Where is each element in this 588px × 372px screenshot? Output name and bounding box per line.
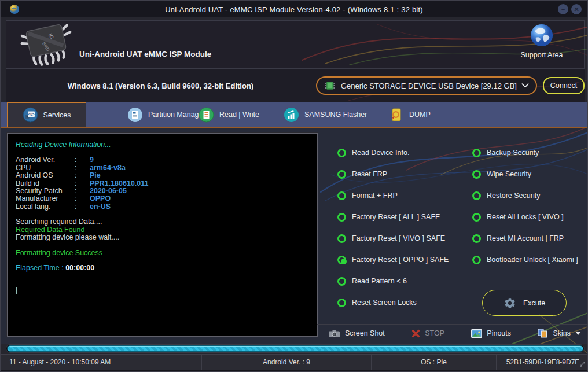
pinouts-label: Pinouts — [487, 329, 511, 337]
device-info-row: Local lang.:en-US — [16, 203, 309, 211]
tab-label: SAMSUNG Flasher — [304, 111, 367, 119]
operation-option[interactable]: Reset All Locks [ VIVO ] — [472, 211, 578, 223]
progress-bar-fill — [7, 345, 583, 352]
close-button[interactable]: ✕ — [571, 4, 582, 14]
tab-label: Read | Write — [219, 111, 259, 119]
support-area-label: Support Area — [516, 51, 568, 59]
execute-button-label: Excute — [523, 299, 545, 307]
tab-readwrite[interactable]: Read | Write — [193, 102, 265, 127]
window-title: Uni-Android UAT - eMMC ISP Module Versio… — [1, 5, 587, 14]
execute-button[interactable]: Excute — [482, 290, 567, 316]
minimize-button[interactable]: – — [558, 4, 568, 14]
skins-dropdown[interactable]: Skins — [538, 329, 581, 338]
radio-icon[interactable] — [472, 149, 481, 157]
screenshot-label: Screen Shot — [345, 329, 385, 337]
status-datetime: 11 - August - 2020 - 10:50:09 AM — [1, 355, 202, 370]
radio-icon[interactable] — [472, 191, 481, 200]
status-bar: 11 - August - 2020 - 10:50:09 AM Android… — [1, 354, 588, 370]
radio-icon[interactable] — [337, 213, 346, 222]
device-info-row: CPU:arm64-v8a — [16, 164, 309, 172]
device-select-value: Generic STORAGE DEVICE USB Device [29.12… — [341, 82, 521, 90]
radio-icon[interactable] — [337, 234, 346, 243]
globe-icon — [530, 23, 554, 47]
operation-option[interactable]: Reset Screen Locks — [337, 296, 449, 309]
tab-services[interactable]: <0>Services — [7, 102, 86, 127]
skins-label: Skins — [553, 329, 571, 337]
stop-x-icon — [411, 329, 420, 338]
bottom-toolbar: Screen Shot STOP Pinouts — [317, 324, 588, 342]
device-select-dropdown[interactable]: Generic STORAGE DEVICE USB Device [29.12… — [316, 76, 537, 95]
elapsed-time-line: Elapsed Time : 00:00:00 — [16, 264, 309, 272]
tab-dump[interactable]: DUMP — [383, 102, 436, 127]
operation-option[interactable]: Wipe Security — [472, 168, 578, 181]
tab-label: DUMP — [409, 111, 431, 119]
operations-column-left: Read Device Info.Reset FRPFormat + FRPFa… — [337, 146, 449, 309]
header-app-name: Uni-Android UAT eMMC ISP Module — [79, 50, 211, 58]
operation-label: Factory Reset [ OPPO ] SAFE — [352, 256, 449, 264]
operation-option[interactable]: Reset FRP — [337, 168, 449, 181]
elapsed-time-label: Elapsed Time : — [16, 264, 64, 272]
radio-icon[interactable] — [337, 170, 346, 179]
radio-icon[interactable] — [337, 277, 346, 286]
operation-label: Reset MI Account | FRP — [487, 234, 564, 242]
radio-icon[interactable] — [337, 299, 346, 307]
device-info-value: 9 — [90, 156, 94, 164]
operation-label: Reset Screen Locks — [352, 299, 417, 307]
operation-option[interactable]: Factory Reset [ OPPO ] SAFE — [337, 253, 449, 266]
operation-option[interactable]: Read Device Info. — [337, 146, 449, 159]
screenshot-button[interactable]: Screen Shot — [328, 329, 385, 338]
operation-option[interactable]: Backup Security — [472, 146, 578, 159]
radio-icon[interactable] — [472, 256, 481, 264]
device-info-value: en-US — [90, 203, 111, 211]
caret-down-icon — [575, 332, 581, 335]
stop-button[interactable]: STOP — [411, 329, 444, 338]
status-serial-value: 52B1-59D8-19E8-9D7E — [506, 358, 580, 366]
operation-label: Factory Reset [ VIVO ] SAFE — [352, 234, 445, 242]
radio-icon[interactable] — [472, 170, 481, 179]
operation-option[interactable]: Factory Reset [ VIVO ] SAFE — [337, 232, 449, 245]
connect-button[interactable]: Connect — [543, 77, 585, 94]
device-info-label: Android OS — [16, 172, 75, 179]
device-info-row: Security Patch:2020-06-05 — [16, 187, 309, 195]
progress-bar — [6, 344, 585, 353]
operation-option[interactable]: Read Pattern < 6 — [337, 275, 449, 288]
usb-chip-icon — [324, 81, 336, 90]
status-serial: 52B1-59D8-19E8-9D7E — [497, 355, 588, 370]
operation-label: Reset FRP — [352, 170, 387, 178]
device-info-label: CPU — [16, 164, 75, 172]
device-info-label: Build id — [16, 180, 75, 187]
operation-option[interactable]: Bootloader Unlock [ Xiaomi ] — [472, 253, 578, 266]
status-android-version: Android Ver. : 9 — [202, 355, 372, 370]
support-area-button[interactable]: Support Area — [516, 23, 568, 59]
header-banner: IC SMD Uni-Android UAT eMMC ISP Module S… — [6, 20, 585, 69]
operation-option[interactable]: Reset MI Account | FRP — [472, 232, 578, 245]
resize-grip-icon[interactable] — [578, 360, 587, 369]
device-info-row: Manufacturer:OPPO — [16, 195, 309, 202]
main-content: Reading Device Information... Android Ve… — [1, 128, 588, 344]
picture-icon — [471, 329, 482, 338]
log-console[interactable]: Reading Device Information... Android Ve… — [7, 133, 318, 337]
chip-logo-icon: IC SMD — [14, 23, 78, 68]
log-line — [16, 241, 309, 249]
tab-samsung[interactable]: SAMSUNG Flasher — [278, 102, 373, 127]
radio-icon[interactable] — [337, 149, 346, 157]
operation-label: Restore Security — [487, 191, 540, 200]
status-os: OS : Pie — [372, 355, 497, 370]
svg-text:<0>: <0> — [28, 112, 34, 116]
device-info-block: Android Ver.:9CPU:arm64-v8aAndroid OS:Pi… — [16, 156, 309, 211]
operation-option[interactable]: Restore Security — [472, 189, 578, 202]
radio-icon[interactable] — [472, 213, 481, 222]
pinouts-button[interactable]: Pinouts — [471, 329, 511, 338]
services-tab-icon: <0> — [23, 107, 38, 123]
log-line: Formatting device Success — [16, 249, 309, 257]
stop-label: STOP — [425, 329, 444, 337]
log-lines-block: Searching required Data....Required Data… — [16, 218, 309, 257]
operation-label: Factory Reset [ ALL ] SAFE — [352, 213, 440, 221]
operation-option[interactable]: Factory Reset [ ALL ] SAFE — [337, 211, 449, 223]
readwrite-tab-icon — [199, 107, 214, 123]
device-info-label: Manufacturer — [16, 195, 75, 202]
radio-selected-icon[interactable] — [337, 256, 346, 264]
radio-icon[interactable] — [472, 234, 481, 243]
operation-option[interactable]: Format + FRP — [337, 189, 449, 202]
radio-icon[interactable] — [337, 191, 346, 200]
